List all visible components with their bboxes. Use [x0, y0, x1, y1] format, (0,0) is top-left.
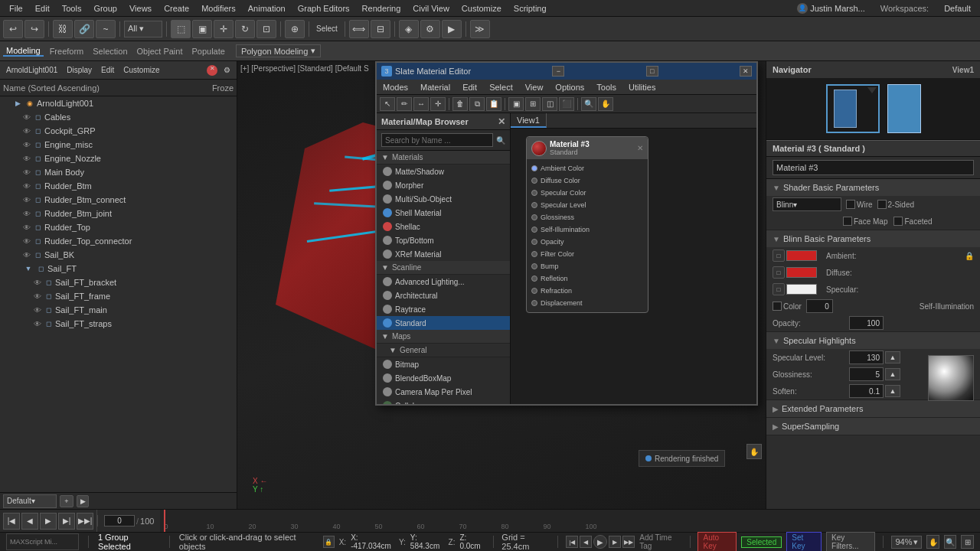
menu-item-file[interactable]: File [3, 2, 29, 15]
mat-item[interactable]: XRef Material [377, 247, 510, 261]
tl-start-btn[interactable]: |◀ [3, 513, 20, 530]
self-illum-checkbox[interactable] [773, 302, 782, 311]
slate-view-menu[interactable]: View [519, 81, 550, 93]
mat-item-standard[interactable]: Standard [377, 316, 510, 330]
faceted-checkbox[interactable] [893, 217, 903, 226]
slate-utilities-menu[interactable]: Utilities [622, 81, 662, 93]
user-menu[interactable]: 👤 Justin Marsh... [791, 2, 871, 15]
search-input[interactable] [381, 133, 493, 147]
tl-next-btn[interactable]: ▶| [58, 513, 75, 530]
menu-item-animation[interactable]: Animation [242, 2, 292, 15]
slate-edit-menu[interactable]: Edit [456, 81, 483, 93]
mat-section-general[interactable]: ▼ General [377, 344, 510, 357]
list-item[interactable]: 👁 ◻ Cockpit_GRP [0, 124, 237, 138]
list-item[interactable]: 👁 ◻ Rudder_Btm_joint [0, 207, 237, 220]
menu-item-tools[interactable]: Tools [56, 2, 88, 15]
key-filters-btn[interactable]: Key Filters... [826, 532, 875, 551]
list-item[interactable]: 👁 ◻ Sail_BK [0, 248, 237, 262]
blinn-basic-header[interactable]: ▼ Blinn Basic Parameters [766, 230, 980, 247]
slate-move-tool[interactable]: ✛ [430, 97, 446, 111]
mat-item[interactable]: Cellular [377, 399, 510, 404]
more-tools-btn[interactable]: ≫ [470, 20, 490, 38]
wire-checkbox[interactable] [846, 200, 855, 209]
menu-item-rendering[interactable]: Rendering [356, 2, 407, 15]
slate-view-btn2[interactable]: ⊞ [525, 97, 541, 111]
diffuse-swatch[interactable] [786, 267, 817, 278]
list-item[interactable]: 👁 ◻ Sail_FT_straps [0, 317, 237, 331]
scene-close-btn[interactable]: ✕ [207, 65, 217, 76]
scene-edit-btn[interactable]: Edit [98, 66, 117, 74]
ambient-swatch[interactable] [786, 250, 817, 261]
select-region-btn[interactable]: ▣ [192, 20, 212, 38]
specular-map-btn[interactable]: □ [773, 283, 785, 295]
list-item[interactable]: ▶ ◉ ArnoldLight001 [0, 96, 237, 110]
tl-prev-btn[interactable]: ◀ [21, 513, 38, 530]
list-item[interactable]: 👁 ◻ Sail_FT_bracket [0, 276, 237, 289]
populate-tab[interactable]: Populate [188, 47, 227, 56]
ref-coord-btn[interactable]: ⊕ [285, 20, 305, 38]
menu-item-customize[interactable]: Customize [456, 2, 508, 15]
slate-paste-btn[interactable]: 📋 [486, 97, 501, 111]
opacity-value[interactable] [849, 316, 884, 330]
list-item[interactable]: 👁 ◻ Engine_misc [0, 138, 237, 152]
zoom-extents-btn[interactable]: ⊞ [961, 535, 974, 549]
mat-section-scanline[interactable]: ▼ Scanline [377, 261, 510, 275]
next-frame-status[interactable]: ▶ [609, 536, 621, 548]
scene-arrow-btn[interactable]: ▶ [77, 495, 89, 507]
slate-select-tool[interactable]: ↖ [380, 97, 395, 111]
scene-filter-btn[interactable]: ⚙ [220, 66, 234, 74]
slate-close-btn[interactable]: ✕ [740, 66, 752, 77]
view1-tab[interactable]: View1 [511, 113, 547, 128]
list-item[interactable]: 👁 ◻ Cables [0, 110, 237, 124]
list-item[interactable]: 👁 ◻ Rudder_Btm_connect [0, 193, 237, 207]
glossiness-up-btn[interactable]: ▲ [885, 368, 900, 380]
add-layer-btn[interactable]: + [60, 495, 74, 507]
scene-customize-btn[interactable]: Customize [120, 66, 162, 74]
mat-item[interactable]: Top/Bottom [377, 233, 510, 247]
slate-paint-tool[interactable]: ✏ [397, 97, 412, 111]
align-btn[interactable]: ⊟ [371, 20, 390, 38]
menu-item-modifiers[interactable]: Modifiers [195, 2, 242, 15]
rotate-btn[interactable]: ↻ [235, 20, 255, 38]
mat-item[interactable]: Morpher [377, 178, 510, 192]
slate-bg-btn[interactable]: ⬛ [559, 97, 574, 111]
face-map-checkbox[interactable] [843, 217, 852, 226]
slate-tools-menu[interactable]: Tools [590, 81, 622, 93]
undo-btn[interactable]: ↩ [3, 20, 23, 38]
menu-item-edit[interactable]: Edit [29, 2, 56, 15]
list-item[interactable]: ▼ ◻ Sail_FT [0, 262, 237, 276]
mat-item[interactable]: Bitmap [377, 357, 510, 371]
zoom-level[interactable]: 94% ▾ [891, 536, 922, 549]
shader-type-dropdown[interactable]: Blinn ▾ [773, 197, 841, 211]
mirror-btn[interactable]: ⟺ [349, 20, 369, 38]
slate-hand-btn[interactable]: ✋ [598, 97, 613, 111]
add-time-tag-btn[interactable]: Add Time Tag [639, 533, 681, 550]
prev-frame-status[interactable]: ◀ [580, 536, 592, 548]
menu-item-create[interactable]: Create [158, 2, 195, 15]
list-item[interactable]: 👁 ◻ Rudder_Top [0, 220, 237, 234]
zoom-viewport-btn[interactable]: 🔍 [944, 535, 957, 549]
mat-section-materials[interactable]: ▼ Materials [377, 151, 510, 165]
slate-maximize-btn[interactable]: □ [646, 66, 658, 77]
supersampling-header[interactable]: ▶ SuperSampling [766, 418, 980, 435]
material-name-input[interactable] [773, 160, 974, 175]
object-paint-tab[interactable]: Object Paint [134, 47, 186, 56]
filter-dropdown[interactable]: All ▾ [124, 21, 162, 37]
mat-item-advanced-lighting[interactable]: Advanced Lighting... [377, 275, 510, 289]
freeform-tab[interactable]: Freeform [47, 47, 87, 56]
selection-lock-btn[interactable]: 🔒 [323, 536, 335, 548]
list-item[interactable]: 👁 ◻ Sail_FT_main [0, 303, 237, 317]
material-editor-btn[interactable]: ◈ [399, 20, 419, 38]
menu-item-graph-editors[interactable]: Graph Editors [292, 2, 356, 15]
menu-item-scripting[interactable]: Scripting [508, 2, 553, 15]
select-btn[interactable]: ⬚ [171, 20, 191, 38]
mat-section-maps[interactable]: ▼ Maps [377, 330, 510, 344]
play-btn-status[interactable]: |◀ [566, 536, 578, 548]
unlink-btn[interactable]: 🔗 [74, 20, 94, 38]
layer-dropdown[interactable]: Default ▾ [3, 494, 57, 508]
menu-item-views[interactable]: Views [123, 2, 158, 15]
polygon-modeling-btn[interactable]: Polygon Modeling ▾ [236, 44, 321, 57]
play-pause-status[interactable]: ▶ [593, 535, 607, 549]
mat-item[interactable]: Multi/Sub-Object [377, 192, 510, 206]
slate-view-btn3[interactable]: ◫ [542, 97, 557, 111]
